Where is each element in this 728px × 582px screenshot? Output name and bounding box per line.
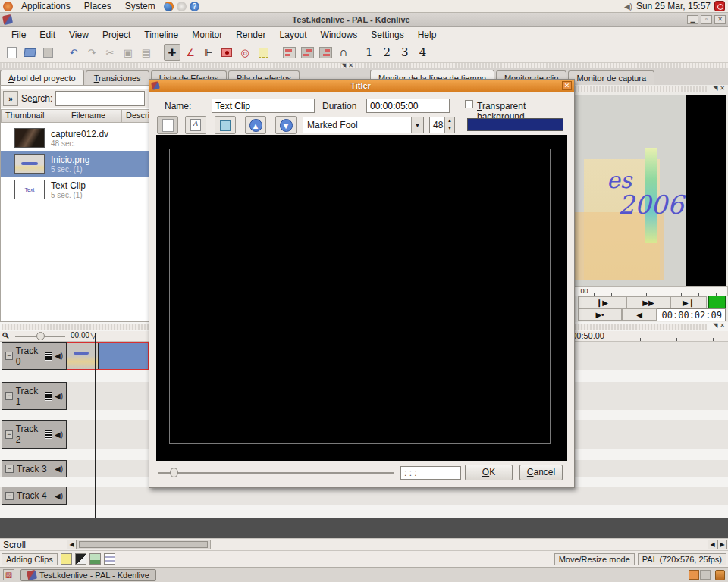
record-monitor-button[interactable] xyxy=(708,296,726,309)
menu-help[interactable]: Help xyxy=(411,28,444,42)
trash-icon[interactable] xyxy=(715,570,725,580)
audio-track-icon[interactable]: ◀) xyxy=(55,352,63,360)
play-section-button[interactable]: ▶• xyxy=(578,308,622,321)
search-options-button[interactable]: » xyxy=(3,91,18,106)
slideshow-clip-icon[interactable] xyxy=(104,553,115,565)
video-track-icon[interactable] xyxy=(45,352,52,361)
help-launcher-icon[interactable]: ? xyxy=(190,2,199,11)
column-filename[interactable]: Filename xyxy=(67,109,122,123)
spin-down-icon[interactable]: ▼ xyxy=(445,125,454,133)
layout-2-button[interactable]: 2 xyxy=(379,45,396,59)
selection-zone-button[interactable] xyxy=(255,44,271,61)
collapse-track-icon[interactable]: − xyxy=(5,492,14,500)
collapse-track-icon[interactable]: − xyxy=(5,465,14,473)
menu-render[interactable]: Render xyxy=(229,28,272,42)
copy-button[interactable]: ▣ xyxy=(120,44,136,61)
new-file-button[interactable] xyxy=(3,44,20,61)
places-menu[interactable]: Places xyxy=(79,1,117,11)
select-tool-button[interactable] xyxy=(157,116,178,134)
open-file-button[interactable] xyxy=(21,44,38,61)
redo-button[interactable]: ↷ xyxy=(83,44,100,61)
add-rectangle-button[interactable] xyxy=(215,116,236,134)
system-menu[interactable]: System xyxy=(120,1,161,11)
font-size-spinner[interactable]: 48 ▲▼ xyxy=(429,117,455,133)
layout-1-button[interactable]: 1 xyxy=(361,45,378,59)
dock-handle[interactable] xyxy=(0,63,728,68)
play-button[interactable]: ❙▶ xyxy=(578,296,626,308)
ok-button[interactable]: OK xyxy=(465,465,513,480)
save-button[interactable] xyxy=(39,44,56,61)
zoom-magnifier-icon[interactable]: 🔍︎ xyxy=(2,331,10,340)
forward-button[interactable]: ▶▶ xyxy=(626,296,670,308)
titler-titlebar[interactable]: Titler ✕ xyxy=(149,80,574,92)
menu-view[interactable]: View xyxy=(62,28,96,42)
name-input[interactable] xyxy=(212,99,315,113)
spacer-tool-button[interactable]: ⊩ xyxy=(200,44,217,61)
font-select[interactable]: Marked Fool ▼ xyxy=(303,117,424,133)
minimize-button[interactable]: ▁ xyxy=(687,15,698,24)
text-color-swatch[interactable] xyxy=(467,118,563,131)
tab-project-tree[interactable]: Árbol del proyecto xyxy=(0,70,84,85)
panel-float-icon[interactable]: ◥ xyxy=(341,62,346,69)
taskbar-window-button[interactable]: Test.kdenlive - PAL - Kdenlive xyxy=(20,569,156,581)
menu-edit[interactable]: Edit xyxy=(33,28,62,42)
update-notifier-icon[interactable] xyxy=(177,2,187,11)
show-desktop-icon[interactable]: ▨ xyxy=(3,569,14,580)
add-text-button[interactable]: A xyxy=(185,116,206,134)
collapse-track-icon[interactable]: − xyxy=(5,392,13,400)
search-input[interactable] xyxy=(55,91,145,106)
timeline-clip-inicio[interactable] xyxy=(67,342,149,370)
video-track-icon[interactable] xyxy=(45,392,52,401)
audio-track-icon[interactable]: ◀) xyxy=(55,392,63,400)
maximize-button[interactable]: ▫ xyxy=(701,15,712,24)
paste-button[interactable]: ▤ xyxy=(138,44,155,61)
workspace-switcher[interactable] xyxy=(689,570,711,580)
volume-icon[interactable]: ◀) xyxy=(624,2,632,11)
snap-magnet-button[interactable]: ∩ xyxy=(335,44,352,61)
scroll-right-button[interactable]: ▶ xyxy=(717,540,727,549)
horizontal-scrollbar[interactable] xyxy=(77,540,211,549)
record-button[interactable] xyxy=(218,44,235,61)
cut-button[interactable]: ✂ xyxy=(102,44,118,61)
layout-3-button[interactable]: 3 xyxy=(397,45,413,59)
razor-tool-button[interactable]: ∠ xyxy=(182,44,199,61)
track-1-header[interactable]: − Track 1 ◀) xyxy=(2,382,67,410)
track-4-header[interactable]: − Track 4 ◀) xyxy=(2,487,67,505)
slider-handle[interactable] xyxy=(170,468,178,477)
menu-settings[interactable]: Settings xyxy=(364,28,410,42)
tab-capture-monitor[interactable]: Monitor de captura xyxy=(568,70,654,85)
menu-monitor[interactable]: Monitor xyxy=(185,28,229,42)
go-end-button[interactable]: ▶❙ xyxy=(670,296,707,308)
lower-object-button[interactable]: ▼ xyxy=(275,116,297,134)
close-button[interactable]: ✕ xyxy=(714,15,726,24)
menu-windows[interactable]: Windows xyxy=(314,28,365,42)
browser-launcher-icon[interactable] xyxy=(164,2,174,11)
menu-project[interactable]: Project xyxy=(96,28,137,42)
cancel-button[interactable]: Cancel xyxy=(519,465,563,480)
track-3-header[interactable]: − Track 3 ◀) xyxy=(2,460,67,477)
titler-close-button[interactable]: ✕ xyxy=(562,81,572,90)
scrollbar-thumb[interactable] xyxy=(79,541,208,548)
transparent-background-checkbox[interactable] xyxy=(465,100,473,108)
audio-track-icon[interactable]: ◀) xyxy=(55,492,63,500)
timeline-playhead[interactable] xyxy=(95,333,96,518)
panel-close-icon[interactable]: ✕ xyxy=(348,62,353,69)
layout-4-button[interactable]: 4 xyxy=(415,45,431,59)
title-canvas[interactable] xyxy=(156,135,567,461)
scroll-left-button-2[interactable]: ◀ xyxy=(708,540,717,549)
color-clip-icon[interactable] xyxy=(61,553,72,565)
panel-float-icon[interactable]: ◥ xyxy=(713,85,717,92)
duration-input[interactable] xyxy=(366,99,450,113)
distro-logo-icon[interactable] xyxy=(3,2,13,11)
menu-file[interactable]: File xyxy=(5,28,33,42)
collapse-track-icon[interactable]: − xyxy=(5,352,13,360)
video-clip-icon[interactable] xyxy=(75,553,86,565)
panel-close-icon[interactable]: ✕ xyxy=(720,85,725,92)
title-zoom-slider[interactable] xyxy=(158,472,394,474)
undo-button[interactable]: ↶ xyxy=(65,44,82,61)
marker-button[interactable]: ◎ xyxy=(237,44,253,61)
playhead-marker-icon[interactable]: ▽ xyxy=(90,330,96,340)
column-thumbnail[interactable]: Thumbnail xyxy=(1,109,67,123)
image-clip-icon[interactable] xyxy=(89,553,101,565)
applications-menu[interactable]: Applications xyxy=(16,1,76,11)
